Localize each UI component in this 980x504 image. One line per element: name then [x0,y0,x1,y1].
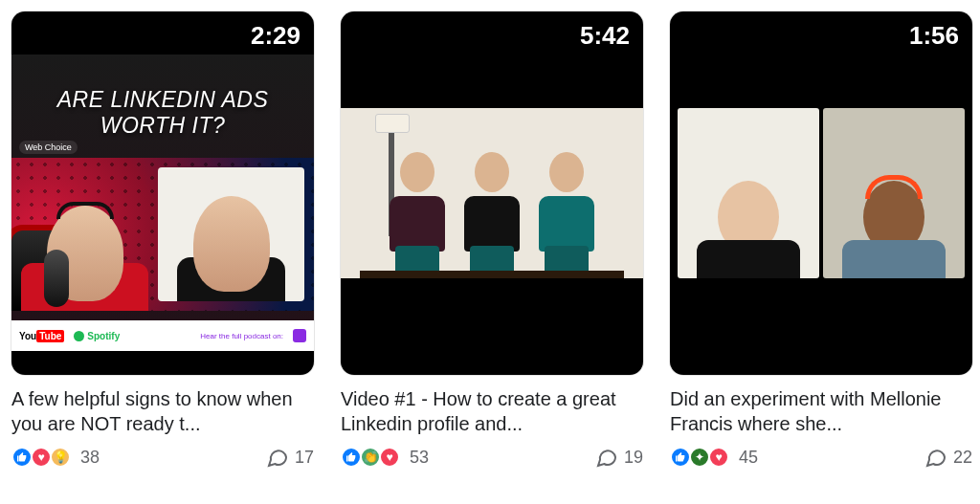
comments-button[interactable]: 19 [595,446,643,469]
video-card: 1:56 Did an experiment with Mellonie Fra… [670,11,972,469]
video-thumbnail[interactable]: 2:29 ARE LINKEDIN ADS WORTH IT? Web Choi… [11,11,314,375]
podcast-icon [293,329,306,342]
reactions[interactable]: ✦ ♥ 45 [670,447,758,468]
speaker-left [11,158,158,311]
comment-count: 17 [295,448,314,468]
thumbnail-headline: ARE LINKEDIN ADS WORTH IT? [11,55,314,144]
reactions[interactable]: ♥ 💡 38 [11,447,100,468]
comments-button[interactable]: 17 [266,446,314,469]
love-icon: ♥ [31,447,52,468]
reaction-count: 53 [410,448,429,468]
video-duration: 1:56 [909,21,959,51]
comment-count: 22 [953,448,972,468]
insight-icon: 💡 [50,447,71,468]
comment-icon [595,446,618,469]
video-title[interactable]: Video #1 - How to create a great Linkedi… [341,386,643,436]
video-stats: ♥ 💡 38 17 [11,446,314,469]
youtube-icon: YouTube [19,331,64,341]
reaction-count: 38 [80,448,100,468]
video-thumbnail[interactable]: 1:56 [670,11,972,375]
spotify-icon: Spotify [74,331,120,341]
reactions[interactable]: 👏 ♥ 53 [341,447,429,468]
video-duration: 2:29 [251,21,301,51]
thumbnail-tag: Web Choice [19,141,78,154]
video-stats: 👏 ♥ 53 19 [341,446,643,469]
thumbnail-art [676,108,967,278]
speaker-right [158,167,304,301]
video-title[interactable]: Did an experiment with Mellonie Francis … [670,386,972,436]
person [457,144,527,278]
video-stats: ✦ ♥ 45 22 [670,446,972,469]
like-icon [11,447,33,468]
video-duration: 5:42 [580,21,630,51]
comment-count: 19 [624,448,643,468]
thumbnail-footer: YouTube Spotify Hear the full podcast on… [11,320,314,351]
like-icon [670,447,691,468]
video-card: 2:29 ARE LINKEDIN ADS WORTH IT? Web Choi… [11,11,314,469]
person [531,144,602,278]
speaker-right [823,108,965,278]
footer-text: Hear the full podcast on: [200,332,283,340]
reaction-count: 45 [739,448,758,468]
like-icon [341,447,362,468]
speaker-left [678,108,819,278]
comment-icon [266,446,289,469]
celebrate-icon: 👏 [360,447,381,468]
support-icon: ✦ [689,447,710,468]
comment-icon [924,446,947,469]
video-card: 5:42 Video #1 - How to create a great Li… [341,11,643,469]
video-thumbnail[interactable]: 5:42 [341,11,643,375]
video-title[interactable]: A few helpful signs to know when you are… [11,386,314,436]
thumbnail-art: ARE LINKEDIN ADS WORTH IT? Web Choice [11,55,314,351]
thumbnail-art [341,108,643,278]
comments-button[interactable]: 22 [924,446,972,469]
video-feed: 2:29 ARE LINKEDIN ADS WORTH IT? Web Choi… [11,11,969,469]
person [382,144,453,278]
love-icon: ♥ [708,447,729,468]
love-icon: ♥ [379,447,400,468]
